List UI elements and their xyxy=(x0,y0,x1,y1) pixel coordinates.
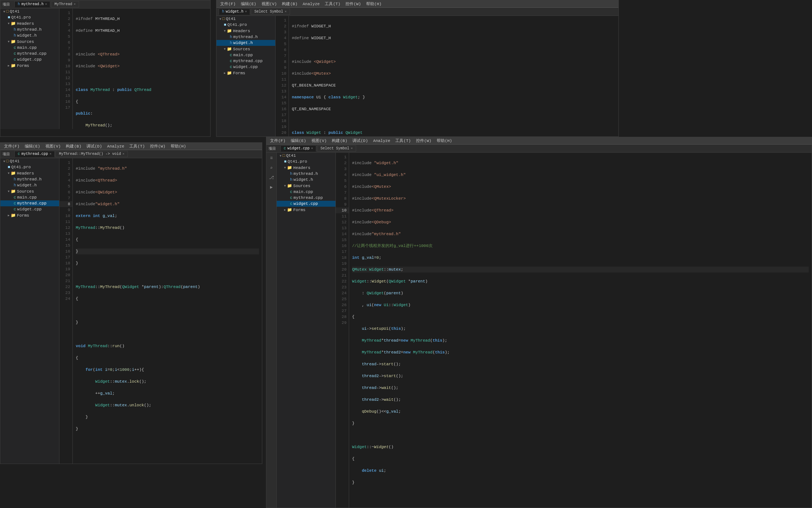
side-icon-git[interactable]: ⎇ xyxy=(267,173,276,182)
sidebar-item-mythread-cpp-q3[interactable]: c mythread.cpp xyxy=(0,200,59,206)
sidebar-item-forms-q4[interactable]: ▶ 📁 Forms xyxy=(277,207,335,213)
sidebar-item-qt41-q2[interactable]: ▼ □ Qt41 xyxy=(216,16,275,22)
sidebar-item-widget-cpp-q3[interactable]: c widget.cpp xyxy=(0,206,59,212)
menu-tools-q2[interactable]: 工具(T) xyxy=(323,0,342,7)
sidebar-item-mythread-cpp[interactable]: c mythread.cpp xyxy=(0,51,59,57)
menu-debug-q3[interactable]: 调试(D) xyxy=(84,143,104,150)
sidebar-item-forms[interactable]: ▶ 📁 Forms xyxy=(0,62,59,69)
code-content-q2[interactable]: #ifndef WIDGET_H #define WIDGET_H #inclu… xyxy=(289,16,618,136)
menu-analyze-q4[interactable]: Analyze xyxy=(371,138,392,144)
sidebar-item-headers-q4[interactable]: ▼ 📁 Headers xyxy=(277,165,335,171)
tab-close-mythread-class[interactable]: × xyxy=(74,3,75,6)
expand-icon-forms-q4: ▶ xyxy=(284,208,286,211)
sidebar-item-mythread-h-q2[interactable]: h mythread.h xyxy=(216,34,275,40)
code-content-q1[interactable]: #ifndef MYTHREAD_H #define MYTHREAD_H #i… xyxy=(73,9,210,129)
sidebar-item-headers[interactable]: ▼ 📁 Headers xyxy=(0,20,59,27)
menu-build-q3[interactable]: 构建(B) xyxy=(64,143,83,150)
sidebar-item-mythread-cpp-q2[interactable]: c mythread.cpp xyxy=(216,58,275,64)
file-icon-mythread-h-q2: h xyxy=(230,35,232,39)
sidebar-item-widget-h-q3[interactable]: h widget.h xyxy=(0,182,59,188)
sidebar-item-forms-q3[interactable]: ▶ 📁 Forms xyxy=(0,212,59,219)
sidebar-item-pro-q3[interactable]: ■ Qt41.pro xyxy=(0,164,59,170)
sidebar-item-sources-q2[interactable]: ▼ 📁 Sources xyxy=(216,46,275,52)
sidebar-item-forms-q2[interactable]: ▶ 📁 Forms xyxy=(216,70,275,76)
tab-select-symbol-q4[interactable]: Select Symbol × xyxy=(317,145,356,152)
tab-close-widget-cpp[interactable]: × xyxy=(311,147,313,150)
menu-debug-q4[interactable]: 调试(D) xyxy=(350,137,370,144)
sidebar-item-widget-h-q2[interactable]: h widget.h xyxy=(216,40,275,46)
sidebar-item-main-cpp[interactable]: c main.cpp xyxy=(0,45,59,51)
tab-label-widget-cpp: widget.cpp xyxy=(287,146,310,150)
expand-icon-qt41: ▼ xyxy=(3,10,5,13)
sidebar-item-mythread-h-q3[interactable]: h mythread.h xyxy=(0,176,59,182)
tab-close-select-symbol-q4[interactable]: × xyxy=(351,147,352,150)
sidebar-item-sources-q3[interactable]: ▼ 📁 Sources xyxy=(0,188,59,194)
sidebar-item-main-cpp-q2[interactable]: c main.cpp xyxy=(216,52,275,58)
menu-edit-q4[interactable]: 编辑(E) xyxy=(289,137,308,144)
tab-close-select-symbol-q2[interactable]: × xyxy=(284,10,286,14)
file-icon-pro: ■ xyxy=(8,15,10,20)
menu-plugins-q2[interactable]: 控件(W) xyxy=(343,0,363,7)
menu-analyze-q3[interactable]: Analyze xyxy=(105,143,126,149)
sidebar-label-widget-cpp: widget.cpp xyxy=(17,57,42,62)
side-icon-search[interactable]: ⌕ xyxy=(267,164,276,172)
menu-file-q3[interactable]: 文件(F) xyxy=(2,143,22,150)
sidebar-item-mythread-h-q4[interactable]: h mythread.h xyxy=(277,171,335,177)
menu-build-q4[interactable]: 构建(B) xyxy=(330,137,349,144)
sidebar-label-main-cpp-q3: main.cpp xyxy=(17,195,37,200)
tab-close-mythread-h[interactable]: × xyxy=(45,3,47,6)
tab-select-symbol-q2[interactable]: Select Symbol × xyxy=(251,9,290,15)
sidebar-item-pro[interactable]: ■ Qt41.pro xyxy=(0,14,59,20)
menu-plugins-q4[interactable]: 控件(W) xyxy=(414,137,434,144)
menu-help-q3[interactable]: 帮助(H) xyxy=(168,143,188,150)
sidebar-item-qt41-q4[interactable]: ▼ □ Qt41 xyxy=(277,153,335,159)
menu-plugins-q3[interactable]: 控件(W) xyxy=(148,143,168,150)
menu-view-q3[interactable]: 视图(V) xyxy=(43,143,63,150)
menu-tools-q4[interactable]: 工具(T) xyxy=(393,137,413,144)
code-content-q4[interactable]: #include "widget.h" #include "ui_widget.… xyxy=(349,153,812,508)
sidebar-label-qt41: Qt41 xyxy=(10,9,19,14)
code-content-q3[interactable]: #include "mythread.h" #include<QThread> … xyxy=(73,158,262,464)
sidebar-item-mythread-cpp-q4[interactable]: c mythread.cpp xyxy=(277,195,335,201)
menu-tools-q3[interactable]: 工具(T) xyxy=(127,143,147,150)
sidebar-item-sources[interactable]: ▼ 📁 Sources xyxy=(0,38,59,45)
menu-file-q2[interactable]: 文件(F) xyxy=(218,0,238,7)
sidebar-label-mythread-h-q3: mythread.h xyxy=(17,177,42,182)
menu-help-q4[interactable]: 帮助(H) xyxy=(434,137,454,144)
menu-edit-q2[interactable]: 编辑(E) xyxy=(239,0,259,7)
tab-close-mythread-cpp[interactable]: × xyxy=(50,152,51,156)
sidebar-item-pro-q2[interactable]: ■ Qt41.pro xyxy=(216,22,275,28)
tab-mythread-class[interactable]: MyThread × xyxy=(51,1,79,7)
side-icon-files[interactable]: ≡ xyxy=(267,154,276,162)
sidebar-item-headers-q3[interactable]: ▼ 📁 Headers xyxy=(0,170,59,176)
sidebar-item-widget-h[interactable]: h widget.h xyxy=(0,33,59,38)
sidebar-item-main-cpp-q3[interactable]: c main.cpp xyxy=(0,194,59,200)
tab-close-mythread-fn[interactable]: × xyxy=(122,152,124,156)
sidebar-item-widget-h-q4[interactable]: h widget.h xyxy=(277,177,335,183)
tab-mythread-cpp[interactable]: c mythread.cpp × xyxy=(14,151,55,157)
sidebar-item-main-cpp-q4[interactable]: c main.cpp xyxy=(277,189,335,195)
sidebar-item-sources-q4[interactable]: ▼ 📁 Sources xyxy=(277,183,335,189)
sidebar-item-qt41-q3[interactable]: ▼ □ Qt41 xyxy=(0,158,59,164)
tab-mythread-h[interactable]: h mythread.h × xyxy=(14,1,50,7)
sidebar-item-widget-cpp-q4[interactable]: c widget.cpp xyxy=(277,201,335,207)
menu-view-q4[interactable]: 视图(V) xyxy=(309,137,329,144)
tab-close-widget-h[interactable]: × xyxy=(245,10,247,14)
sidebar-item-widget-cpp[interactable]: c widget.cpp xyxy=(0,57,59,62)
tab-widget-h[interactable]: h widget.h × xyxy=(219,9,250,15)
sidebar-item-headers-q2[interactable]: ▼ 📁 Headers xyxy=(216,28,275,34)
tab-widget-cpp[interactable]: c widget.cpp × xyxy=(280,145,316,152)
menu-file-q4[interactable]: 文件(F) xyxy=(268,137,288,144)
sidebar-item-mythread-h[interactable]: h mythread.h xyxy=(0,27,59,33)
menu-help-q2[interactable]: 帮助(H) xyxy=(364,0,384,7)
menu-view-q2[interactable]: 视图(V) xyxy=(259,0,279,7)
side-icon-debug[interactable]: ▶ xyxy=(267,183,276,191)
sidebar-item-widget-cpp-q2[interactable]: c widget.cpp xyxy=(216,64,275,70)
menu-edit-q3[interactable]: 编辑(E) xyxy=(23,143,42,150)
menu-analyze-q2[interactable]: Analyze xyxy=(300,1,322,7)
sidebar-item-qt41[interactable]: ▼ □ Qt41 xyxy=(0,9,59,14)
menu-build-q2[interactable]: 构建(B) xyxy=(280,0,300,7)
sidebar-item-pro-q4[interactable]: ■ Qt41.pro xyxy=(277,159,335,165)
sidebar-label-qt41-q2: Qt41 xyxy=(226,17,235,21)
tab-mythread-fn[interactable]: MyThread::MyThread() -> void × xyxy=(55,151,127,157)
